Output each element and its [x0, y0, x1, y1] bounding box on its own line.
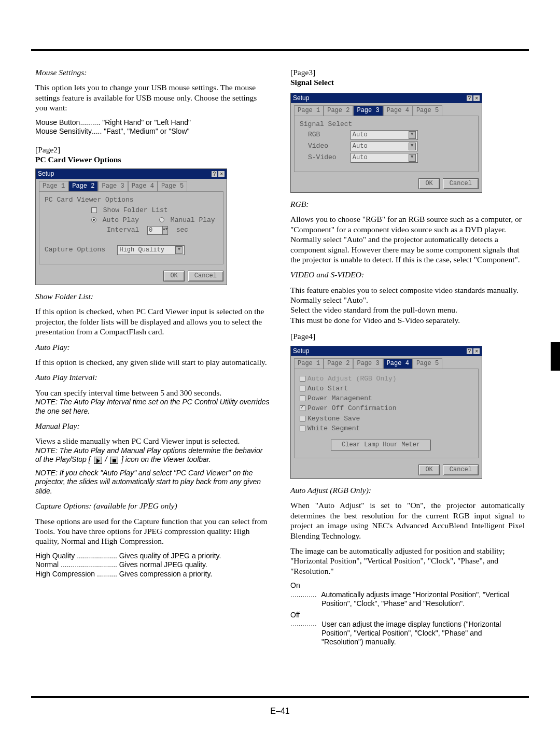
help-close-icons: ?×: [211, 170, 225, 178]
stop-icon: [110, 457, 118, 464]
capture-hq: High Quality .................... Gives …: [35, 552, 270, 561]
auto-play-interval-note: NOTE: The Auto Play Interval time set on…: [35, 398, 270, 416]
auto-adjust-title: Auto Adjust (RGB Only):: [290, 485, 525, 495]
play-icon: [94, 457, 102, 464]
chevron-down-icon: ▼: [175, 246, 183, 254]
tab-page3[interactable]: Page 3: [353, 105, 383, 116]
dialog2-body: PC Card Viewer Options Show Folder List …: [39, 191, 223, 264]
dialog4-tabs: Page 1 Page 2 Page 3 Page 4 Page 5: [291, 356, 482, 369]
tab-page5[interactable]: Page 5: [413, 358, 442, 369]
tab-page4[interactable]: Page 4: [128, 181, 158, 191]
dialog3-body: Signal Select RGB Auto▼ Video Auto▼ S-Vi…: [294, 116, 479, 172]
mouse-settings-p: This option lets you to change your USB …: [35, 82, 270, 112]
page2-title: PC Card Viewer Options: [35, 154, 270, 164]
rgb-title: RGB:: [290, 199, 525, 209]
chevron-down-icon: ▼: [409, 131, 416, 139]
page-number: E–41: [0, 707, 560, 716]
tab-page1[interactable]: Page 1: [294, 358, 324, 369]
tab-page3[interactable]: Page 3: [353, 358, 383, 369]
tab-page5[interactable]: Page 5: [413, 105, 442, 116]
auto-play-title: Auto Play:: [35, 342, 270, 352]
tab-page2[interactable]: Page 2: [324, 358, 353, 369]
chevron-down-icon: ▼: [409, 154, 416, 162]
video-p2: Select the video standard from the pull-…: [290, 305, 525, 315]
manual-play-title: Manual Play:: [35, 421, 270, 431]
power-off-confirm-checkbox[interactable]: [300, 405, 305, 411]
setup-dialog-page3: Setup ?× Page 1 Page 2 Page 3 Page 4 Pag…: [290, 93, 482, 193]
dialog4-body: Auto Adjust (RGB Only) Auto Start Power …: [294, 369, 479, 459]
page4-label: [Page4]: [290, 331, 525, 341]
manual-play-p: Views a slide manually when PC Card View…: [35, 436, 270, 446]
tab-page4[interactable]: Page 4: [383, 105, 413, 116]
top-rule: [31, 49, 529, 51]
page3-title: Signal Select: [290, 77, 525, 87]
auto-adjust-p2: The image can be automatically adjusted …: [290, 546, 525, 576]
ok-button[interactable]: OK: [163, 271, 184, 281]
dialog2-buttons: OK Cancel: [36, 267, 227, 285]
manual-play-radio[interactable]: [159, 217, 164, 222]
tab-page2[interactable]: Page 2: [324, 105, 353, 116]
manual-play-note1: NOTE: The Auto Play and Manual Play opti…: [35, 446, 270, 464]
manual-play-note2: NOTE: If you check "Auto Play" and selec…: [35, 469, 270, 496]
auto-play-radio[interactable]: [91, 217, 96, 222]
cancel-button[interactable]: Cancel: [443, 178, 479, 189]
keystone-save-checkbox[interactable]: [300, 416, 305, 421]
show-folder-p: If this option is checked, when PC Card …: [35, 306, 270, 336]
interval-spinner[interactable]: 0▲▼: [147, 226, 168, 235]
tab-page1[interactable]: Page 1: [39, 181, 68, 191]
cancel-button[interactable]: Cancel: [443, 464, 479, 475]
ok-button[interactable]: OK: [418, 178, 439, 189]
mouse-sens-row: Mouse Sensitivity ..... "Fast", "Medium"…: [35, 127, 270, 136]
video-p1: This feature enables you to select compo…: [290, 285, 525, 305]
auto-adjust-on: On ............. Automatically adjusts i…: [290, 581, 525, 609]
tab-page1[interactable]: Page 1: [294, 105, 324, 116]
auto-start-checkbox[interactable]: [300, 386, 305, 391]
auto-adjust-off: Off ............. User can adjust the im…: [290, 611, 525, 647]
page2-label: [Page2]: [35, 145, 270, 154]
white-segment-checkbox[interactable]: [300, 426, 305, 431]
setup-dialog-page2: Setup ?× Page 1 Page 2 Page 3 Page 4 Pag…: [35, 168, 227, 285]
tab-page4[interactable]: Page 4: [383, 358, 413, 369]
bottom-rule: [31, 696, 529, 698]
video-combo[interactable]: Auto▼: [351, 142, 418, 151]
dialog3-tabs: Page 1 Page 2 Page 3 Page 4 Page 5: [291, 103, 482, 116]
capture-nm: Normal ............................ Give…: [35, 560, 270, 570]
capture-p: These options are used for the Capture f…: [35, 516, 270, 546]
show-folder-checkbox[interactable]: [91, 207, 97, 213]
auto-play-interval-title: Auto Play Interval:: [35, 372, 270, 382]
clear-lamp-button[interactable]: Clear Lamp Hour Meter: [331, 440, 431, 450]
auto-play-p: If this option is checked, any given sli…: [35, 357, 270, 367]
power-mgmt-checkbox[interactable]: [300, 396, 305, 401]
mouse-settings-title: Mouse Settings:: [35, 67, 270, 77]
auto-adjust-checkbox[interactable]: [300, 376, 305, 382]
dialog4-buttons: OK Cancel: [291, 461, 482, 478]
setup-dialog-page4: Setup ?× Page 1 Page 2 Page 3 Page 4 Pag…: [290, 346, 482, 480]
video-title: VIDEO and S-VIDEO:: [290, 270, 525, 279]
dialog4-titlebar: Setup ?×: [291, 346, 482, 356]
section-label: PC Card Viewer Options: [45, 196, 218, 204]
capture-combo[interactable]: High Quality▼: [117, 245, 185, 255]
tab-page3[interactable]: Page 3: [98, 181, 128, 191]
tab-page2[interactable]: Page 2: [68, 181, 98, 191]
chevron-down-icon: ▼: [409, 143, 416, 150]
dialog3-titlebar: Setup ?×: [291, 93, 482, 103]
ok-button[interactable]: OK: [418, 464, 439, 475]
auto-adjust-p1: When "Auto Adjust" is set to "On", the p…: [290, 500, 525, 541]
mouse-button-row: Mouse Button .......... "Right Hand" or …: [35, 118, 270, 128]
capture-title: Capture Options: (available for JPEG onl…: [35, 501, 270, 511]
rgb-p: Allows you to choose "RGB" for an RGB so…: [290, 214, 525, 264]
rgb-combo[interactable]: Auto▼: [351, 130, 418, 140]
dialog3-buttons: OK Cancel: [291, 175, 482, 192]
video-p3: This must be done for Video and S-Video …: [290, 315, 525, 325]
cancel-button[interactable]: Cancel: [188, 271, 223, 281]
dialog2-titlebar: Setup ?×: [36, 169, 227, 179]
auto-play-interval-p: You can specify interval time between 5 …: [35, 388, 270, 398]
page3-label: [Page3]: [290, 67, 525, 77]
dialog2-tabs: Page 1 Page 2 Page 3 Page 4 Page 5: [36, 179, 227, 191]
section-label: Signal Select: [300, 120, 473, 129]
tab-page5[interactable]: Page 5: [158, 181, 187, 191]
side-tab: [551, 342, 560, 371]
right-column: [Page3] Signal Select Setup ?× Page 1 Pa…: [290, 67, 525, 680]
left-column: Mouse Settings: This option lets you to …: [35, 67, 270, 680]
svideo-combo[interactable]: Auto▼: [351, 153, 418, 163]
